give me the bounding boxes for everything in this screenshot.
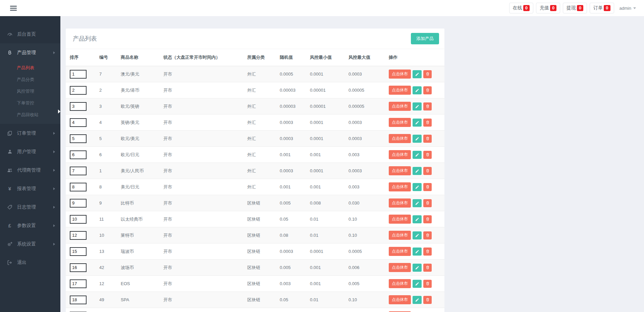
delete-button[interactable] xyxy=(423,102,432,110)
sidebar-item-parameters[interactable]: £ 参数设置 xyxy=(0,216,60,235)
add-product-button[interactable]: 添加产品 xyxy=(411,33,439,44)
edit-button[interactable] xyxy=(413,102,422,110)
trash-icon xyxy=(426,185,430,189)
sidebar-item-orders[interactable]: 订单管理 xyxy=(0,124,60,142)
stat-button[interactable]: 提现 0 xyxy=(563,3,587,13)
delete-button[interactable] xyxy=(423,86,432,94)
edit-button[interactable] xyxy=(413,215,422,223)
edit-button[interactable] xyxy=(413,183,422,191)
close-market-button[interactable]: 点击休市 xyxy=(389,279,411,288)
cell-name: 美元/日元 xyxy=(118,179,161,195)
close-market-button[interactable]: 点击休市 xyxy=(389,86,411,95)
delete-button[interactable] xyxy=(423,119,432,127)
sort-input[interactable] xyxy=(70,279,87,288)
close-market-button[interactable]: 点击休市 xyxy=(389,102,411,111)
stat-badge: 0 xyxy=(577,5,583,11)
sidebar-item-logout[interactable]: 退出 xyxy=(0,253,60,272)
edit-button[interactable] xyxy=(413,231,422,239)
edit-button[interactable] xyxy=(413,248,422,256)
sort-input[interactable] xyxy=(70,150,87,159)
delete-button[interactable] xyxy=(423,264,432,272)
cell-category: 外汇 xyxy=(245,66,277,82)
cell-sort xyxy=(66,66,97,82)
edit-button[interactable] xyxy=(413,280,422,288)
action-buttons: 点击休市 xyxy=(389,182,442,191)
close-market-button[interactable]: 点击休市 xyxy=(389,150,411,159)
sidebar-item-system-settings[interactable]: 系统设置 xyxy=(0,235,60,253)
delete-button[interactable] xyxy=(423,296,432,304)
stat-button[interactable]: 在线 0 xyxy=(509,3,533,13)
close-market-button[interactable]: 点击休市 xyxy=(389,182,411,191)
cell-risk-min: 0.0001 xyxy=(307,66,346,82)
chevron-right-icon xyxy=(53,187,55,190)
close-market-button[interactable]: 点击休市 xyxy=(389,70,411,79)
close-market-button[interactable]: 点击休市 xyxy=(389,215,411,224)
close-market-button[interactable]: 点击休市 xyxy=(389,231,411,240)
sort-input[interactable] xyxy=(70,102,87,111)
cell-risk-max: 0.005 xyxy=(346,276,386,292)
edit-button[interactable] xyxy=(413,86,422,94)
sort-input[interactable] xyxy=(70,167,87,175)
sort-input[interactable] xyxy=(70,247,87,256)
admin-dropdown[interactable]: admin xyxy=(617,6,639,11)
close-market-button[interactable]: 点击休市 xyxy=(389,166,411,175)
edit-button[interactable] xyxy=(413,135,422,143)
sort-input[interactable] xyxy=(70,215,87,224)
edit-button[interactable] xyxy=(413,151,422,159)
cell-status: 开市 xyxy=(161,292,245,308)
delete-button[interactable] xyxy=(423,248,432,256)
close-market-button[interactable]: 点击休市 xyxy=(389,198,411,208)
sidebar-item-agents[interactable]: 代理商管理 xyxy=(0,161,60,179)
delete-button[interactable] xyxy=(423,199,432,207)
sidebar-item-users[interactable]: 用户管理 xyxy=(0,142,60,161)
delete-button[interactable] xyxy=(423,215,432,223)
cell-risk-max: 0.003 xyxy=(346,179,386,195)
stat-button[interactable]: 订单 0 xyxy=(590,3,614,13)
close-market-button[interactable]: 点击休市 xyxy=(389,134,411,143)
delete-button[interactable] xyxy=(423,151,432,159)
trash-icon xyxy=(426,120,430,125)
sort-input[interactable] xyxy=(70,263,87,272)
sort-input[interactable] xyxy=(70,86,87,95)
sort-input[interactable] xyxy=(70,118,87,127)
stat-button[interactable]: 充值 0 xyxy=(536,3,560,13)
cell-random-value: 0.0003 xyxy=(277,163,307,179)
sort-input[interactable] xyxy=(70,134,87,143)
sidebar-subitem-product-category[interactable]: 产品分类 xyxy=(0,74,60,85)
sidebar-item-logs[interactable]: 日志管理 xyxy=(0,198,60,216)
edit-button[interactable] xyxy=(413,167,422,175)
sidebar-item-reports[interactable]: ¥ 报表管理 xyxy=(0,179,60,198)
close-market-button[interactable]: 点击休市 xyxy=(389,295,411,304)
delete-button[interactable] xyxy=(423,167,432,175)
sidebar-item-dashboard[interactable]: 后台首页 xyxy=(0,25,60,43)
sort-input[interactable] xyxy=(70,70,87,79)
sort-input[interactable] xyxy=(70,199,87,208)
delete-button[interactable] xyxy=(423,70,432,78)
edit-button[interactable] xyxy=(413,119,422,127)
sidebar-item-products[interactable]: 产品管理 xyxy=(0,43,60,62)
column-header: 商品名称 xyxy=(118,49,161,66)
cell-actions: 点击休市 xyxy=(386,195,444,211)
close-market-button[interactable]: 点击休市 xyxy=(389,247,411,256)
sidebar-subitem-order-control[interactable]: 下单管控 xyxy=(0,97,60,109)
delete-button[interactable] xyxy=(423,135,432,143)
edit-button[interactable] xyxy=(413,296,422,304)
close-market-button[interactable]: 点击休市 xyxy=(389,118,411,127)
sidebar-subitem-product-list[interactable]: 产品列表 xyxy=(0,62,60,74)
sidebar-subitem-risk-management[interactable]: 风控管理 xyxy=(0,85,60,97)
delete-button[interactable] xyxy=(423,231,432,239)
cell-status: 开市 xyxy=(161,82,245,98)
edit-button[interactable] xyxy=(413,70,422,78)
sort-input[interactable] xyxy=(70,296,87,304)
delete-button[interactable] xyxy=(423,183,432,191)
close-market-button[interactable]: 点击休市 xyxy=(389,263,411,272)
sort-input[interactable] xyxy=(70,231,87,240)
sidebar-subitem-product-recycle[interactable]: 产品回收站 xyxy=(0,109,60,121)
pencil-icon xyxy=(415,298,419,302)
action-buttons: 点击休市 xyxy=(389,247,442,256)
sort-input[interactable] xyxy=(70,183,87,191)
delete-button[interactable] xyxy=(423,280,432,288)
edit-button[interactable] xyxy=(413,264,422,272)
edit-button[interactable] xyxy=(413,199,422,207)
hamburger-menu-icon[interactable] xyxy=(9,4,17,12)
